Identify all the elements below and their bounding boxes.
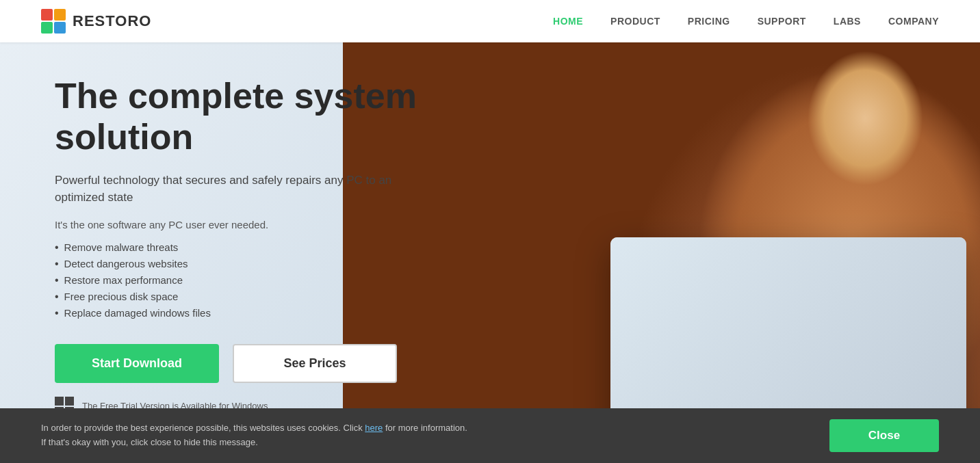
- close-cookie-button[interactable]: Close: [829, 419, 939, 452]
- cookie-text-before-link: In order to provide the best experience …: [41, 423, 365, 433]
- cookie-bar: In order to provide the best experience …: [0, 408, 980, 463]
- svg-rect-3: [54, 22, 66, 34]
- logo-text: RESTORO: [73, 12, 151, 30]
- cookie-message: In order to provide the best experience …: [41, 421, 467, 450]
- svg-rect-2: [41, 22, 53, 34]
- bullet-1: •: [55, 241, 59, 254]
- feature-item-1: • Remove malware threats: [55, 241, 498, 254]
- hero-tagline: It's the one software any PC user ever n…: [55, 219, 498, 230]
- hero-title: The complete system solution: [55, 76, 498, 158]
- hero-features-list: • Remove malware threats • Detect danger…: [55, 241, 498, 323]
- feature-item-3: • Restore max performance: [55, 274, 498, 287]
- feature-item-4: • Free precious disk space: [55, 291, 498, 303]
- nav-item-home[interactable]: HOME: [553, 16, 583, 27]
- feature-item-2: • Detect dangerous websites: [55, 258, 498, 270]
- logo-area: RESTORO: [41, 9, 151, 34]
- bullet-4: •: [55, 291, 59, 303]
- cookie-learn-more-link[interactable]: here: [365, 423, 383, 433]
- hero-content: The complete system solution Powerful te…: [0, 42, 539, 463]
- cookie-text-line2: If that's okay with you, click close to …: [41, 437, 258, 447]
- start-download-button[interactable]: Start Download: [55, 344, 219, 383]
- see-prices-button[interactable]: See Prices: [233, 344, 397, 383]
- svg-rect-0: [41, 9, 53, 21]
- cta-buttons: Start Download See Prices: [55, 344, 498, 383]
- header: RESTORO HOME PRODUCT PRICING SUPPORT LAB…: [0, 0, 980, 42]
- nav-item-product[interactable]: PRODUCT: [610, 16, 660, 27]
- logo-icon: [41, 9, 66, 34]
- nav-item-pricing[interactable]: PRICING: [688, 16, 730, 27]
- bullet-3: •: [55, 274, 59, 287]
- cookie-text-after-link: for more information.: [383, 423, 467, 433]
- bullet-2: •: [55, 258, 59, 270]
- nav-item-company[interactable]: COMPANY: [888, 16, 939, 27]
- nav-item-support[interactable]: SUPPORT: [758, 16, 806, 27]
- svg-rect-1: [54, 9, 66, 21]
- svg-rect-4: [55, 397, 64, 406]
- svg-rect-5: [65, 397, 74, 406]
- main-nav: HOME PRODUCT PRICING SUPPORT LABS COMPAN…: [553, 16, 939, 27]
- nav-item-labs[interactable]: LABS: [834, 16, 861, 27]
- hero-section: The complete system solution Powerful te…: [0, 42, 980, 463]
- feature-item-5: • Replace damaged windows files: [55, 307, 498, 319]
- bullet-5: •: [55, 307, 59, 319]
- hero-subtitle: Powerful technology that secures and saf…: [55, 172, 424, 207]
